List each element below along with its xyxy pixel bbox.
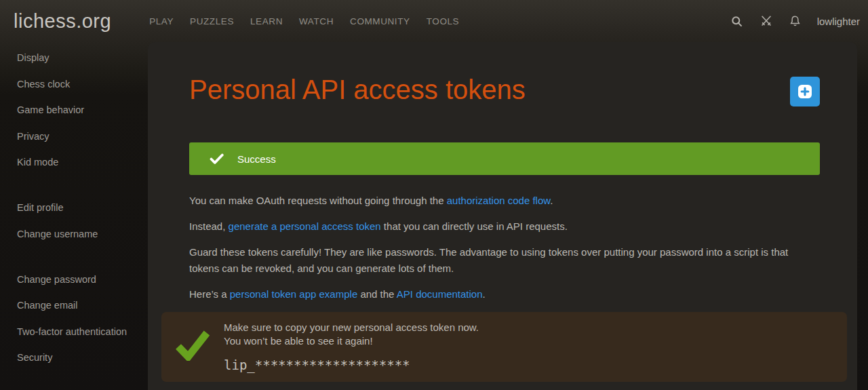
big-check-icon: [161, 321, 224, 374]
topbar-right: lowlighter: [730, 14, 860, 28]
token-value[interactable]: lip_********************: [224, 356, 831, 374]
link-authorization-code-flow[interactable]: authorization code flow: [447, 195, 551, 206]
sidebar-item-change-email[interactable]: Change email: [0, 292, 148, 319]
sidebar-item-display[interactable]: Display: [0, 45, 148, 71]
site-logo[interactable]: lichess.org: [14, 10, 111, 33]
bell-icon[interactable]: [788, 14, 803, 28]
link-token-app-example[interactable]: personal token app example: [230, 288, 357, 300]
nav-community[interactable]: COMMUNITY: [350, 16, 410, 26]
sidebar-item-two-factor[interactable]: Two-factor authentication: [0, 319, 148, 345]
sidebar-item-privacy[interactable]: Privacy: [0, 123, 148, 150]
settings-sidebar: Display Chess clock Game behavior Privac…: [0, 42, 148, 371]
sidebar-item-change-password[interactable]: Change password: [0, 267, 148, 293]
main-nav: PLAY PUZZLES LEARN WATCH COMMUNITY TOOLS: [149, 16, 459, 26]
username-menu[interactable]: lowlighter: [817, 16, 860, 27]
search-icon[interactable]: [730, 14, 745, 28]
sidebar-item-chess-clock[interactable]: Chess clock: [0, 71, 148, 98]
nav-learn[interactable]: LEARN: [250, 16, 283, 26]
token-created-box: Make sure to copy your new personal acce…: [161, 312, 847, 382]
link-api-documentation[interactable]: API documentation: [397, 288, 483, 300]
nav-tools[interactable]: TOOLS: [427, 16, 460, 26]
plus-icon: [797, 84, 812, 99]
token-copy-warning-line1: Make sure to copy your new personal acce…: [224, 321, 831, 334]
token-copy-warning-line2: You won’t be able to see it again!: [224, 334, 831, 348]
text-segment: Here’s a: [189, 288, 230, 300]
token-texts: Make sure to copy your new personal acce…: [224, 321, 831, 374]
text-segment: .: [550, 195, 553, 206]
sidebar-item-kid-mode[interactable]: Kid mode: [0, 149, 148, 176]
check-icon: [210, 153, 224, 165]
crossed-swords-icon[interactable]: [759, 14, 774, 28]
nav-watch[interactable]: WATCH: [299, 16, 334, 26]
text-segment: .: [483, 288, 486, 300]
text-segment: that you can directly use in API request…: [381, 220, 568, 232]
topbar: lichess.org PLAY PUZZLES LEARN WATCH COM…: [0, 0, 868, 42]
success-banner: Success: [189, 142, 820, 175]
paragraph-examples: Here’s a personal token app example and …: [189, 286, 820, 303]
text-segment: Instead,: [189, 220, 229, 232]
new-token-button[interactable]: [790, 77, 820, 106]
sidebar-group-preferences: Display Chess clock Game behavior Privac…: [0, 45, 148, 176]
link-generate-token[interactable]: generate a personal access token: [229, 220, 381, 232]
title-row: Personal API access tokens: [189, 73, 820, 106]
sidebar-group-profile: Edit profile Change username: [0, 195, 148, 247]
sidebar-item-edit-profile[interactable]: Edit profile: [0, 195, 148, 221]
nav-puzzles[interactable]: PUZZLES: [190, 16, 234, 26]
text-segment: and the: [357, 288, 397, 300]
paragraph-guard: Guard these tokens carefully! They are l…: [189, 244, 820, 277]
sidebar-item-security[interactable]: Security: [0, 345, 148, 371]
paragraph-instead: Instead, generate a personal access toke…: [189, 218, 820, 235]
banner-label: Success: [237, 153, 276, 165]
text-segment: You can make OAuth requests without goin…: [189, 195, 447, 206]
sidebar-item-game-behavior[interactable]: Game behavior: [0, 97, 148, 123]
page-title: Personal API access tokens: [189, 73, 526, 106]
sidebar-item-change-username[interactable]: Change username: [0, 221, 148, 248]
paragraph-oauth: You can make OAuth requests without goin…: [189, 193, 820, 209]
main-content: Personal API access tokens Success You c…: [148, 42, 857, 390]
nav-play[interactable]: PLAY: [149, 16, 174, 26]
sidebar-group-security: Change password Change email Two-factor …: [0, 267, 148, 371]
